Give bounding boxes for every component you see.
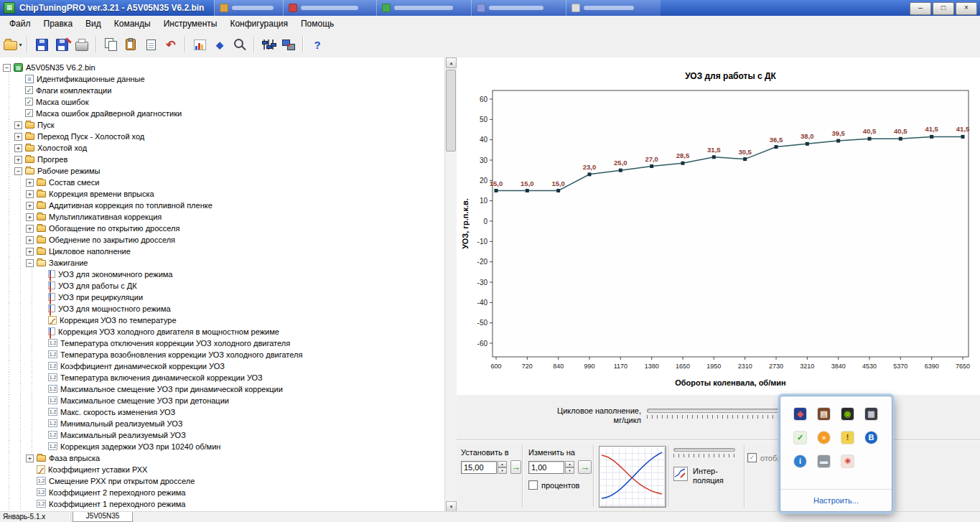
slider-track[interactable]: [673, 448, 735, 452]
update-icon[interactable]: ●: [812, 426, 836, 449]
tree-item[interactable]: 1.2Максимальный реализуемый УОЗ: [0, 429, 455, 441]
tree-expander[interactable]: +: [26, 248, 34, 256]
nvidia-settings-icon[interactable]: ◉: [836, 402, 859, 426]
save-icon[interactable]: [32, 35, 51, 54]
tree-item[interactable]: 1.2Коэффициент динамической коррекции УО…: [0, 360, 455, 372]
tree-item[interactable]: 1.2Максимальное смещение УОЗ при детонац…: [0, 395, 455, 406]
tree-item[interactable]: +Мультипликативная коррекция: [0, 211, 455, 223]
percent-checkbox-row[interactable]: процентов: [528, 480, 593, 490]
paste-icon[interactable]: [121, 35, 140, 54]
spin-down-icon[interactable]: ▾: [565, 467, 574, 474]
tree-item[interactable]: 1.2Коэффициент 1 переходного режима: [0, 498, 455, 510]
tree-item[interactable]: +Переход Пуск - Холостой ход: [0, 131, 455, 142]
menu-item-7[interactable]: Помощь: [294, 17, 340, 31]
copy-icon[interactable]: [101, 35, 120, 54]
background-window-titlebar[interactable]: [283, 0, 376, 16]
tree-item[interactable]: +Холостой ход: [0, 142, 455, 154]
print-icon[interactable]: [73, 35, 91, 54]
tree-item[interactable]: 1.2Коэффициент 2 переходного режима: [0, 487, 455, 498]
tree-expander[interactable]: +: [26, 213, 34, 221]
tree-item[interactable]: 1.2Макс. скорость изменения УОЗ: [0, 406, 455, 418]
tree-item[interactable]: УОЗ для работы с ДК: [0, 280, 455, 292]
tree-expander[interactable]: +: [14, 144, 22, 152]
scroll-up-icon[interactable]: ▴: [446, 57, 457, 68]
tree-expander[interactable]: −: [26, 259, 34, 267]
menu-item-3[interactable]: Вид: [79, 17, 108, 31]
file-tab[interactable]: J5V05N35: [73, 512, 133, 522]
set-to-input[interactable]: 15,00 ▴▾: [461, 461, 507, 474]
menu-item-2[interactable]: Правка: [37, 17, 80, 31]
tree-item[interactable]: УОЗ для мощностного режима: [0, 303, 455, 314]
tree-item[interactable]: ✓Маска ошибок: [0, 96, 455, 108]
background-window-titlebar[interactable]: [214, 0, 283, 16]
scroll-down-icon[interactable]: ▾: [446, 501, 457, 512]
security-check-icon[interactable]: ✓: [788, 426, 812, 449]
change-by-value[interactable]: 1,00: [528, 461, 564, 474]
maximize-button[interactable]: □: [933, 2, 954, 15]
tree-expander[interactable]: +: [26, 179, 34, 187]
ignition-map-chart[interactable]: 6050403020100-10-20-30-40-50-60600720840…: [457, 57, 980, 395]
percent-checkbox[interactable]: [528, 480, 538, 490]
customize-link[interactable]: Настроить...: [813, 496, 859, 505]
tree-item[interactable]: +Коррекция времени впрыска: [0, 188, 455, 200]
change-by-input[interactable]: 1,00 ▴▾: [528, 461, 574, 474]
pinwheel-icon[interactable]: ✳: [836, 449, 859, 473]
zoom-icon[interactable]: [230, 35, 249, 54]
menu-item-4[interactable]: Команды: [108, 17, 157, 31]
tree-expander[interactable]: +: [14, 156, 22, 164]
background-window-titlebar[interactable]: [376, 0, 471, 16]
tree-item[interactable]: +Обеднение по закрытию дросселя: [0, 234, 455, 246]
background-window-titlebar[interactable]: [471, 0, 566, 16]
open-icon[interactable]: ▾: [4, 35, 22, 54]
tree-item[interactable]: 1.2Температура включения динамической ко…: [0, 372, 455, 383]
chart-icon[interactable]: [190, 35, 209, 54]
info-icon[interactable]: i: [788, 449, 812, 473]
diamond-icon[interactable]: ◆: [210, 35, 229, 54]
interpolation-slider[interactable]: [673, 448, 735, 457]
tree-item[interactable]: 1.2Температура возобновления коррекции У…: [0, 349, 455, 360]
tree-item[interactable]: 1.2Максимальное смещение УОЗ при динамич…: [0, 383, 455, 395]
scrollbar-thumb[interactable]: [446, 70, 456, 152]
tree-item[interactable]: −Зажигание: [0, 257, 455, 269]
set-to-value[interactable]: 15,00: [461, 461, 497, 474]
background-window-titlebar[interactable]: [566, 0, 661, 16]
reader-icon[interactable]: ▤: [812, 402, 836, 426]
tree-item[interactable]: +Пуск: [0, 119, 455, 131]
power-meter-icon[interactable]: !: [836, 426, 859, 449]
menu-item-6[interactable]: Конфигурация: [223, 17, 294, 31]
bluetooth-icon[interactable]: B: [859, 426, 883, 449]
title-bar[interactable]: ▦ ChipTuningPRO ver.3.21 - A5V05N35 V6.2…: [0, 0, 980, 16]
apply-set-button[interactable]: →: [510, 460, 521, 474]
tree-item[interactable]: −Рабочие режимы: [0, 165, 455, 177]
undo-icon[interactable]: ↶: [162, 35, 180, 54]
device-icon[interactable]: [279, 35, 298, 54]
tree-expander[interactable]: −: [3, 64, 11, 72]
tree-expander[interactable]: +: [14, 121, 22, 129]
help-icon[interactable]: ?: [308, 35, 327, 54]
spin-down-icon[interactable]: ▾: [498, 467, 507, 474]
tree-expander[interactable]: +: [26, 236, 34, 244]
tree-item[interactable]: +Обогащение по открытию дросселя: [0, 223, 455, 234]
tree-item[interactable]: УОЗ для экономичного режима: [0, 269, 455, 280]
spin-up-icon[interactable]: ▴: [498, 461, 507, 467]
minimize-button[interactable]: –: [910, 2, 931, 15]
tree-item[interactable]: +Состав смеси: [0, 177, 455, 188]
tree-item[interactable]: 1.2Смещение РХХ при открытом дросселе: [0, 475, 455, 487]
display-checkbox-row[interactable]: ✓ отобр: [747, 453, 781, 462]
tree-scrollbar[interactable]: ▴ ▾: [444, 57, 457, 512]
tree-expander[interactable]: −: [14, 167, 22, 175]
console-icon[interactable]: ▦: [859, 402, 883, 426]
spin-up-icon[interactable]: ▴: [565, 461, 574, 467]
tree-item[interactable]: +Фаза впрыска: [0, 452, 455, 464]
tree-item[interactable]: 1.2Коррекция задержки УОЗ при 10240 об/м…: [0, 441, 455, 452]
apply-change-button[interactable]: →: [578, 460, 592, 474]
tree-item[interactable]: 1.2Минимальный реализуемый УОЗ: [0, 418, 455, 429]
tree-expander[interactable]: +: [26, 455, 34, 462]
tree-expander[interactable]: +: [14, 133, 22, 141]
mixer-icon[interactable]: [259, 35, 278, 54]
tree-expander[interactable]: +: [26, 202, 34, 210]
tree-item[interactable]: Коэффициент уставки РХХ: [0, 464, 455, 475]
tree-item[interactable]: +Аддитивная коррекция по топливной пленк…: [0, 200, 455, 211]
tree-item[interactable]: 1.2Температура отключения коррекции УОЗ …: [0, 337, 455, 349]
tree-expander[interactable]: +: [26, 225, 34, 233]
